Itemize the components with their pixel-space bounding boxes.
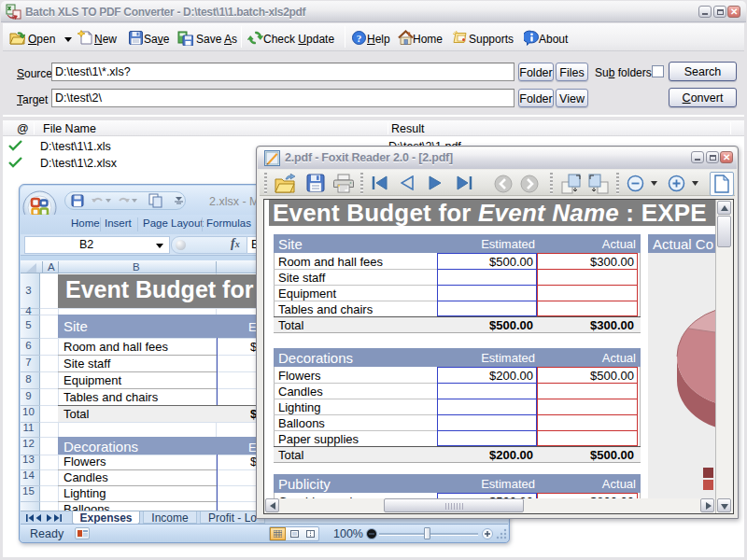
- svg-text:?: ?: [357, 33, 362, 44]
